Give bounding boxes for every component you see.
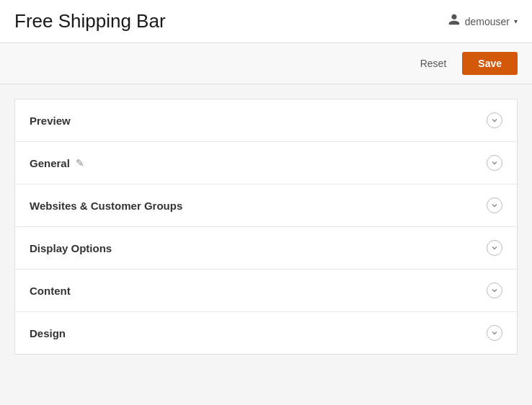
- user-menu-chevron-icon: ▾: [514, 17, 518, 25]
- section-label-general: General: [30, 157, 70, 169]
- chevron-down-icon-design: [487, 325, 502, 341]
- reset-button[interactable]: Reset: [412, 53, 456, 74]
- section-left: Websites & Customer Groups: [30, 200, 182, 212]
- section-left: Preview: [30, 115, 71, 127]
- chevron-down-icon-preview: [487, 112, 502, 128]
- chevron-down-icon-display-options: [487, 240, 502, 256]
- section-row-general[interactable]: General✎: [15, 142, 517, 184]
- chevron-down-icon-websites-customer-groups: [487, 197, 502, 213]
- section-row-preview[interactable]: Preview: [15, 99, 517, 142]
- section-left: Display Options: [30, 242, 112, 254]
- sections-container: PreviewGeneral✎Websites & Customer Group…: [14, 99, 518, 355]
- section-label-design: Design: [30, 327, 66, 339]
- username-label: demouser: [465, 16, 510, 27]
- section-row-display-options[interactable]: Display Options: [15, 227, 517, 270]
- chevron-down-icon-content: [487, 282, 502, 298]
- section-label-display-options: Display Options: [30, 242, 112, 254]
- chevron-down-icon-general: [487, 155, 502, 171]
- section-row-content[interactable]: Content: [15, 270, 517, 312]
- user-icon: [448, 13, 461, 30]
- section-label-websites-customer-groups: Websites & Customer Groups: [30, 200, 182, 212]
- section-row-design[interactable]: Design: [15, 312, 517, 354]
- section-left: General✎: [30, 157, 84, 169]
- section-row-websites-customer-groups[interactable]: Websites & Customer Groups: [15, 184, 517, 227]
- user-menu[interactable]: demouser ▾: [448, 13, 518, 30]
- edit-icon[interactable]: ✎: [76, 157, 84, 169]
- section-left: Content: [30, 285, 71, 297]
- save-button[interactable]: Save: [462, 52, 518, 75]
- section-label-preview: Preview: [30, 115, 71, 127]
- section-left: Design: [30, 327, 66, 339]
- toolbar: Reset Save: [0, 43, 532, 84]
- section-label-content: Content: [30, 285, 71, 297]
- page-title: Free Shipping Bar: [14, 10, 166, 32]
- page-header: Free Shipping Bar demouser ▾: [0, 0, 532, 43]
